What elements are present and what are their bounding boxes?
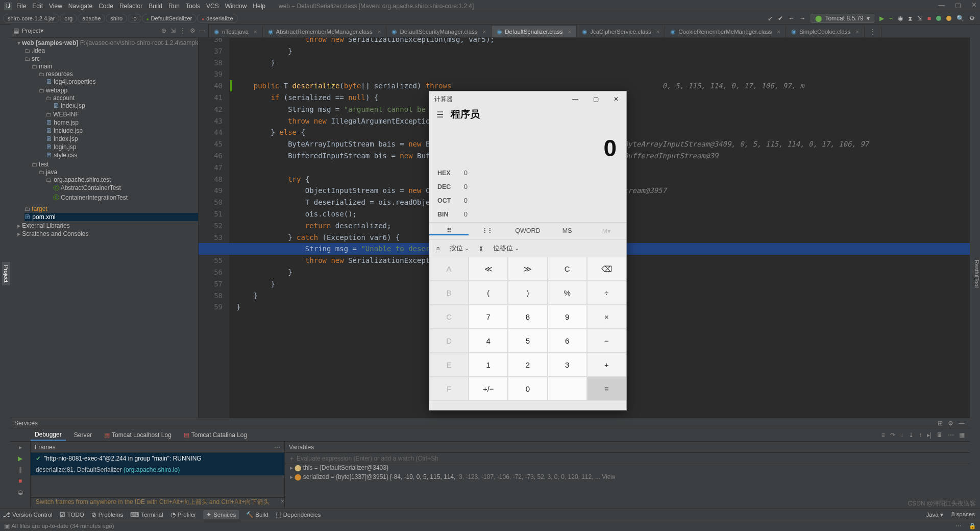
tab-2[interactable]: ◉DefaultSecurityManager.class× [386, 26, 492, 37]
tree-scratches[interactable]: Scratches and Consoles [17, 230, 198, 238]
sb-terminal[interactable]: ⌨ Terminal [130, 511, 163, 518]
var-this[interactable]: ▸ ⬤ this = {DefaultSerializer@3403} [285, 464, 970, 473]
tree-webinf[interactable]: WEB-INF [46, 110, 198, 118]
key-backspace[interactable]: ⌫ [587, 257, 626, 281]
tab-1[interactable]: ◉AbstractRememberMeManager.class× [263, 26, 387, 37]
svc-tab-server[interactable]: Server [70, 430, 96, 440]
tree-root[interactable]: web [samples-web] F:\javasec-env\shiro-s… [17, 39, 198, 222]
calc-maximize-icon[interactable]: ▢ [585, 95, 606, 103]
key-multiply[interactable]: × [587, 305, 626, 329]
tree-expand-icon[interactable]: ⇲ [170, 27, 176, 34]
key-plusminus[interactable]: +/− [469, 377, 508, 401]
frames-more-icon[interactable]: ⋯ [274, 444, 280, 451]
tab-close-icon[interactable]: × [483, 29, 486, 35]
crumb-io[interactable]: io [128, 14, 141, 23]
step-out-icon[interactable]: ↑ [919, 431, 922, 439]
indent-indicator[interactable]: 8 spaces [951, 511, 975, 518]
key-1[interactable]: 1 [469, 353, 508, 377]
sb-profiler[interactable]: ◔ Profiler [170, 511, 196, 518]
tree-login[interactable]: login.jsp [46, 143, 198, 151]
key-clear[interactable]: C [548, 257, 587, 281]
attach-button[interactable]: ⇲ [917, 15, 922, 22]
sb-problems[interactable]: ⊘ Problems [91, 511, 124, 518]
menu-edit[interactable]: Edit [32, 3, 43, 10]
key-rr[interactable]: ≫ [508, 257, 547, 281]
tab-overflow[interactable]: ⋮ [865, 26, 881, 37]
tree-pkg[interactable]: org.apache.shiro.test AbstractContainerT… [46, 176, 198, 203]
menu-code[interactable]: Code [99, 3, 113, 10]
key-8[interactable]: 8 [508, 305, 547, 329]
svc-gear-icon[interactable]: ⊞ [938, 420, 943, 427]
key-divide[interactable]: ÷ [587, 281, 626, 305]
stackframe-0[interactable]: deserialize:81, DefaultSerializer (org.a… [31, 464, 284, 475]
key-percent[interactable]: % [548, 281, 587, 305]
menu-help[interactable]: Help [253, 3, 265, 10]
tree-style[interactable]: style.css [46, 151, 198, 159]
tab-close-icon[interactable]: × [378, 29, 381, 35]
calc-shift-icon[interactable]: ⟪ [479, 245, 483, 252]
tree-select-opened-icon[interactable]: ⊕ [161, 27, 166, 34]
crumb-org[interactable]: org [60, 14, 77, 23]
tab-3[interactable]: ◉DefaultSerializer.class× [492, 26, 577, 37]
git-green-dot[interactable] [936, 16, 941, 21]
crumb-shiro[interactable]: shiro [106, 14, 127, 23]
tree-target[interactable]: target [24, 205, 198, 213]
svc-tree-icon[interactable]: ▸ [19, 444, 22, 451]
calc-close-icon[interactable]: ✕ [606, 95, 626, 103]
menu-refactor[interactable]: Refactor [119, 3, 142, 10]
sb-version-control[interactable]: ⎇ Version Control [3, 511, 53, 518]
tab-5[interactable]: ◉CookieRememberMeManager.class× [665, 26, 786, 37]
view-breakpoints-icon[interactable]: ◒ [18, 489, 23, 496]
key-6[interactable]: 6 [548, 329, 587, 353]
thread-row[interactable]: ✔ "http-nio-8081-exec-4"@2,244 in group … [31, 453, 284, 464]
calc-ms[interactable]: MS [548, 227, 587, 234]
vcs-update-icon[interactable]: ↙ [768, 15, 773, 22]
key-dot[interactable] [548, 377, 587, 401]
evaluate-icon[interactable]: 🖩 [937, 431, 943, 439]
svc-tab-debugger[interactable]: Debugger [31, 429, 66, 441]
calc-logic-icon[interactable]: ⩍ [436, 245, 439, 252]
menu-vcs[interactable]: VCS [206, 3, 219, 10]
vcs-back-icon[interactable]: ← [788, 15, 794, 22]
status-bg-icon[interactable]: ▣ [4, 522, 10, 529]
key-e[interactable]: E [429, 353, 469, 377]
tree-settings-icon[interactable]: ⚙ [190, 27, 195, 34]
profile-button[interactable]: ⧗ [908, 15, 912, 22]
debug-button[interactable]: ⌁ [889, 15, 893, 22]
key-b[interactable]: B [429, 281, 469, 305]
menu-window[interactable]: Window [225, 3, 247, 10]
tree-act[interactable]: AbstractContainerTest [53, 183, 198, 193]
more-icon[interactable]: ⋯ [948, 431, 954, 439]
tree-resources[interactable]: resources log4j.properties [39, 70, 198, 86]
step-over-icon[interactable]: ↷ [890, 431, 895, 439]
tab-4[interactable]: ◉JcaCipherService.class× [577, 26, 665, 37]
tree-external[interactable]: External Libraries [17, 222, 198, 230]
tree-include[interactable]: include.jsp [46, 127, 198, 135]
vcs-forward-icon[interactable]: → [799, 15, 805, 22]
tab-close-icon[interactable]: × [568, 29, 571, 35]
resume-button[interactable]: ▶ [18, 455, 22, 462]
force-step-icon[interactable]: ⤓ [909, 431, 914, 439]
tab-close-icon[interactable]: × [777, 29, 780, 35]
key-5[interactable]: 5 [508, 329, 547, 353]
key-0[interactable]: 0 [508, 377, 547, 401]
crumb-class[interactable]: DefaultSerializer [142, 14, 197, 23]
tab-6[interactable]: ◉SimpleCookie.class× [786, 26, 865, 37]
key-ll[interactable]: ≪ [469, 257, 508, 281]
stop2-button[interactable]: ■ [18, 477, 22, 485]
svc-tab-catalina-log[interactable]: ▤Tomcat Catalina Log [180, 430, 251, 440]
svc-settings-icon[interactable]: ⚙ [948, 420, 953, 427]
key-f[interactable]: F [429, 377, 469, 401]
evaluate-input[interactable]: +Evaluate expression (Enter) or add a wa… [285, 453, 970, 464]
calc-qword[interactable]: QWORD [508, 227, 547, 234]
tree-test[interactable]: test java org.apache.shiro.test Abstract… [32, 160, 198, 204]
sb-todo[interactable]: ☑ TODO [60, 511, 84, 518]
menu-run[interactable]: Run [168, 3, 180, 10]
key-minus[interactable]: − [587, 329, 626, 353]
svc-hide-icon[interactable]: — [959, 420, 965, 427]
sb-deps[interactable]: ⬚ Dependencies [276, 511, 321, 518]
tree-hide-icon[interactable]: — [200, 27, 206, 34]
calc-bitshift[interactable]: 位移位 [493, 244, 519, 253]
key-d[interactable]: D [429, 329, 469, 353]
base-hex[interactable]: HEX0 [437, 166, 618, 180]
